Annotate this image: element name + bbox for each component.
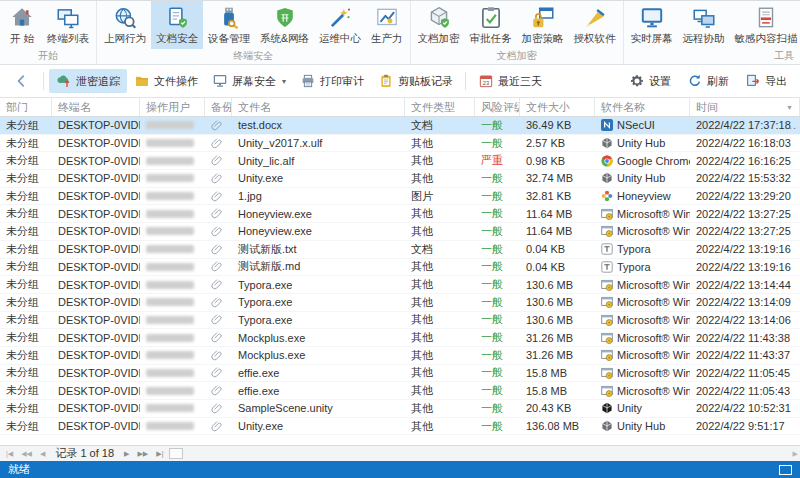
ribbon-group-label: 文档加密 [413, 49, 621, 64]
ribbon-item-auth-software[interactable]: 授权软件 [569, 1, 621, 49]
file-type-value: 其他 [411, 348, 433, 363]
file-type-value: 其他 [411, 171, 433, 186]
ribbon-item-terminal-list[interactable]: 终端列表 [42, 1, 94, 49]
ribbon-item-device-mgmt[interactable]: 设备管理 [203, 1, 255, 49]
ribbon-item-label: 开 始 [10, 32, 34, 45]
column-header-time[interactable]: 时间▼ [690, 98, 800, 116]
hscroll-right-icon[interactable]: ▶ [793, 450, 798, 458]
table-row[interactable]: 未分组DESKTOP-0VIDMDJeffie.exe其他一般15.8 MBMi… [0, 382, 800, 400]
table-row[interactable]: 未分组DESKTOP-0VIDMDJ1.jpg图片一般32.81 KBHoney… [0, 188, 800, 206]
operator-name-redacted [146, 210, 194, 218]
ribbon-item-productivity[interactable]: 生产力 [366, 1, 408, 49]
cell-size: 130.6 MB [520, 294, 595, 311]
table-row[interactable]: 未分组DESKTOP-0VIDMDJMockplus.exe其他一般31.26 … [0, 329, 800, 347]
column-header-operator[interactable]: 操作用户 [140, 98, 205, 116]
web-behavior-icon [112, 5, 138, 31]
ribbon-item-label: 实时屏幕 [631, 32, 673, 45]
file-size-value: 20.43 KB [526, 402, 571, 414]
fast-prev-page-icon[interactable]: ◀◀ [19, 450, 34, 458]
ribbon-item-doc-encrypt[interactable]: 文档加密 [413, 1, 465, 49]
row-more-actions-icon[interactable]: ... [785, 119, 797, 131]
column-header-file[interactable]: 文件名 [232, 98, 405, 116]
column-header-backup[interactable]: 备份 [205, 98, 232, 116]
toolbar-button-file-ops[interactable]: 文件操作 [127, 69, 205, 93]
table-row[interactable]: 未分组DESKTOP-0VIDMDJHoneyview.exe其他一般11.64… [0, 223, 800, 241]
ribbon-item-web-behavior[interactable]: 上网行为 [99, 1, 151, 49]
ribbon-item-realtime-screen[interactable]: 实时屏幕 [626, 1, 678, 49]
toolbar-button-clipboard-record[interactable]: 剪贴板记录 [371, 69, 460, 93]
table-row[interactable]: 未分组DESKTOP-0VIDMDJHoneyview.exe其他一般11.64… [0, 205, 800, 223]
table-row[interactable]: 未分组DESKTOP-0VIDMDJUnity_v2017.x.ulf其他一般2… [0, 135, 800, 153]
cell-app: Unity [595, 400, 690, 417]
risk-level-badge: 一般 [481, 136, 503, 151]
next-page-icon[interactable]: ▶ [122, 450, 131, 458]
column-header-dept[interactable]: 部门 [0, 98, 52, 116]
table-row[interactable]: 未分组DESKTOP-0VIDMDJMockplus.exe其他一般31.26 … [0, 347, 800, 365]
table-row[interactable]: 未分组DESKTOP-0VIDMDJeffie.exe其他一般15.8 MBMi… [0, 365, 800, 383]
last-page-icon[interactable]: ▶| [154, 450, 165, 458]
ribbon-item-approval-task[interactable]: 审批任务 [465, 1, 517, 49]
cell-risk: 一般 [475, 329, 520, 346]
cell-type: 其他 [405, 294, 475, 311]
software-name-value: Microsoft® Windows® Oper... [617, 385, 690, 397]
toolbar-button-screen-security[interactable]: 屏幕安全▾ [205, 69, 293, 93]
fast-next-page-icon[interactable]: ▶▶ [135, 450, 150, 458]
toolbar-separator [465, 72, 466, 90]
table-row[interactable]: 未分组DESKTOP-0VIDMDJTypora.exe其他一般130.6 MB… [0, 294, 800, 312]
ribbon-item-ops-center[interactable]: 运维中心 [314, 1, 366, 49]
column-header-size[interactable]: 文件大小 [520, 98, 595, 116]
table-row[interactable]: 未分组DESKTOP-0VIDMDJSampleScene.unity其他一般2… [0, 400, 800, 418]
prev-page-icon[interactable]: ◀ [38, 450, 47, 458]
back-button[interactable] [6, 70, 38, 92]
paperclip-icon [211, 349, 224, 362]
table-row[interactable]: 未分组DESKTOP-0VIDMDJTypora.exe其他一般130.6 MB… [0, 312, 800, 330]
approval-task-icon [478, 5, 504, 31]
ribbon-item-sensitive-scan[interactable]: 敏感内容扫描 [730, 1, 800, 49]
cell-terminal: DESKTOP-0VIDMDJ [52, 259, 140, 276]
ribbon-item-encrypt-policy[interactable]: 加密策略 [517, 1, 569, 49]
toolbar-button-refresh[interactable]: 刷新 [680, 69, 736, 93]
paperclip-icon [211, 278, 224, 291]
cell-file: Mockplus.exe [232, 329, 405, 346]
cell-time: 2022/4/22 13:29:20 [690, 188, 800, 205]
toolbar-button-calendar[interactable]: 23最近三天 [471, 69, 549, 93]
ribbon-item-doc-security[interactable]: 文档安全 [151, 1, 203, 49]
department-value: 未分组 [6, 383, 39, 398]
column-header-label: 文件类型 [411, 100, 455, 115]
paperclip-icon [211, 172, 224, 185]
table-row[interactable]: 未分组DESKTOP-0VIDMDJ测试新版.md其他一般0.04 KBTypo… [0, 259, 800, 277]
ribbon-group: 文档加密审批任务加密策略授权软件文档加密 [411, 1, 624, 64]
column-header-terminal[interactable]: 终端名 [52, 98, 140, 116]
risk-level-badge: 一般 [481, 242, 503, 257]
cell-operator [140, 294, 205, 311]
table-row[interactable]: 未分组DESKTOP-0VIDMDJtest.docx文档一般36.49 KBN… [0, 117, 800, 135]
table-row[interactable]: 未分组DESKTOP-0VIDMDJ测试新版.txt文档一般0.04 KBTyp… [0, 241, 800, 259]
ribbon-item-label: 上网行为 [104, 32, 146, 45]
toolbar-button-gear-small[interactable]: 设置 [622, 69, 678, 93]
file-size-value: 2.57 KB [526, 137, 565, 149]
software-name-value: Microsoft® Windows® Oper... [617, 296, 690, 308]
column-header-type[interactable]: 文件类型 [405, 98, 475, 116]
cell-risk: 一般 [475, 205, 520, 222]
toolbar-button-leak-trace[interactable]: 泄密追踪 [49, 69, 127, 93]
ribbon-item-remote-assist[interactable]: 远程协助 [678, 1, 730, 49]
cell-terminal: DESKTOP-0VIDMDJ [52, 329, 140, 346]
device-mgmt-icon [216, 5, 242, 31]
cell-backup [205, 241, 232, 258]
first-page-icon[interactable]: |◀ [4, 450, 15, 458]
table-row[interactable]: 未分组DESKTOP-0VIDMDJUnity.exe其他一般136.08 MB… [0, 418, 800, 436]
column-header-app[interactable]: 软件名称 [595, 98, 690, 116]
pager-edit-box[interactable] [169, 448, 183, 459]
table-row[interactable]: 未分组DESKTOP-0VIDMDJTypora.exe其他一般130.6 MB… [0, 276, 800, 294]
ribbon-item-home[interactable]: 开 始 [2, 1, 42, 49]
toolbar-button-export[interactable]: 导出 [738, 69, 794, 93]
table-row[interactable]: 未分组DESKTOP-0VIDMDJUnity.exe其他一般32.74 MBU… [0, 170, 800, 188]
table-row[interactable]: 未分组DESKTOP-0VIDMDJUnity_lic.alf其他严重0.98 … [0, 152, 800, 170]
ribbon-item-system-network[interactable]: 系统&网络 [255, 1, 314, 49]
column-header-risk[interactable]: 风险评级 [475, 98, 520, 116]
operator-name-redacted [146, 139, 194, 147]
column-header-label: 文件名 [238, 100, 271, 115]
paperclip-icon [211, 119, 224, 132]
cell-file: 测试新版.txt [232, 241, 405, 258]
toolbar-button-print-audit[interactable]: 打印审计 [293, 69, 371, 93]
